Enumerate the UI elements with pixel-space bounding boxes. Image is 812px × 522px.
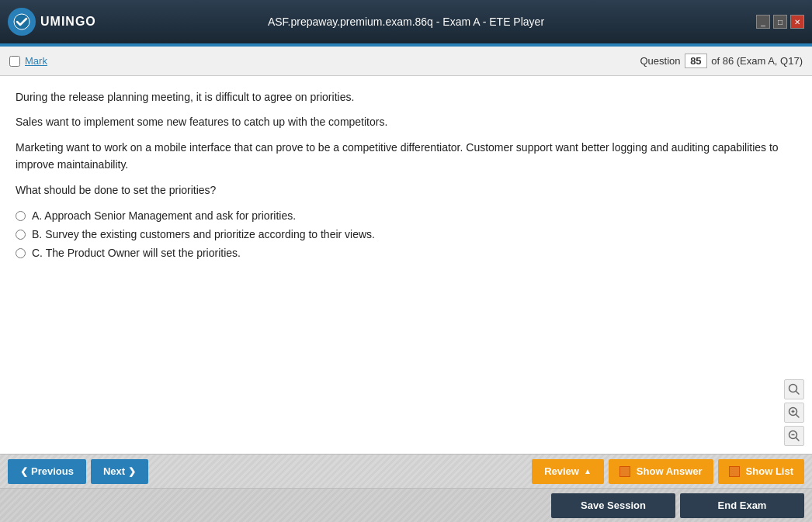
logo-text: UMINGO [40,15,96,29]
option-b-label: B. Survey the existing customers and pri… [32,228,375,240]
question-number: 85 [685,54,706,68]
minimize-button[interactable]: _ [756,15,770,29]
zoom-out-icon [788,430,800,442]
paragraph-2: Sales want to implement some new feature… [16,113,796,130]
answer-options: A. Approach Senior Management and ask fo… [16,209,796,259]
question-label: Question [640,55,680,67]
zoom-in-button[interactable] [784,403,804,423]
svg-line-2 [796,392,800,395]
option-c-label: C. The Product Owner will set the priori… [32,247,241,259]
mark-link[interactable]: Mark [25,55,47,67]
review-button[interactable]: Review ▲ [532,459,604,484]
logo: UMINGO [8,8,96,36]
zoom-in-icon [788,406,800,419]
question-info: Question 85 of 86 (Exam A, Q17) [640,54,803,68]
maximize-button[interactable]: □ [773,15,787,29]
next-button[interactable]: Next [91,459,148,484]
paragraph-1: During the release planning meeting, it … [16,88,796,105]
svg-line-8 [796,438,800,441]
search-icon [788,383,800,396]
show-answer-button[interactable]: Show Answer [609,459,713,484]
paragraph-4: What should be done to set the prioritie… [16,181,796,199]
question-text: During the release planning meeting, it … [16,88,796,199]
zoom-controls [784,379,804,446]
option-a-label: A. Approach Senior Management and ask fo… [32,209,296,222]
end-exam-button[interactable]: End Exam [680,493,804,518]
option-c: C. The Product Owner will set the priori… [16,247,796,259]
svg-line-4 [796,415,800,418]
question-total: of 86 (Exam A, Q17) [711,55,803,67]
mark-checkbox[interactable] [9,56,20,67]
radio-a[interactable] [16,211,26,221]
show-list-button[interactable]: Show List [718,459,804,484]
zoom-out-button[interactable] [784,426,804,446]
toolbar: Mark Question 85 of 86 (Exam A, Q17) [0,47,812,76]
chevron-right-icon [128,465,136,477]
main-content: During the release planning meeting, it … [0,76,812,454]
bottom-nav: Previous Next Review ▲ Show Answer Show … [0,454,812,488]
search-zoom-button[interactable] [784,379,804,399]
show-answer-checkbox-icon [619,466,630,477]
action-bar: Save Session End Exam [0,488,812,522]
logo-icon [8,8,36,36]
window-title: ASF.prepaway.premium.exam.86q - Exam A -… [268,16,544,28]
radio-c[interactable] [16,248,26,258]
window-controls: _ □ ✕ [756,15,804,29]
review-dropdown-icon: ▲ [584,467,592,475]
show-list-checkbox-icon [729,466,740,477]
chevron-left-icon [20,465,28,477]
option-a: A. Approach Senior Management and ask fo… [16,209,796,222]
close-button[interactable]: ✕ [790,15,804,29]
title-bar: UMINGO ASF.prepaway.premium.exam.86q - E… [0,0,812,43]
paragraph-3: Marketing want to work on a mobile inter… [16,139,796,174]
option-b: B. Survey the existing customers and pri… [16,228,796,240]
mark-container: Mark [9,55,47,67]
previous-button[interactable]: Previous [8,459,86,484]
radio-b[interactable] [16,230,26,240]
save-session-button[interactable]: Save Session [551,493,675,518]
